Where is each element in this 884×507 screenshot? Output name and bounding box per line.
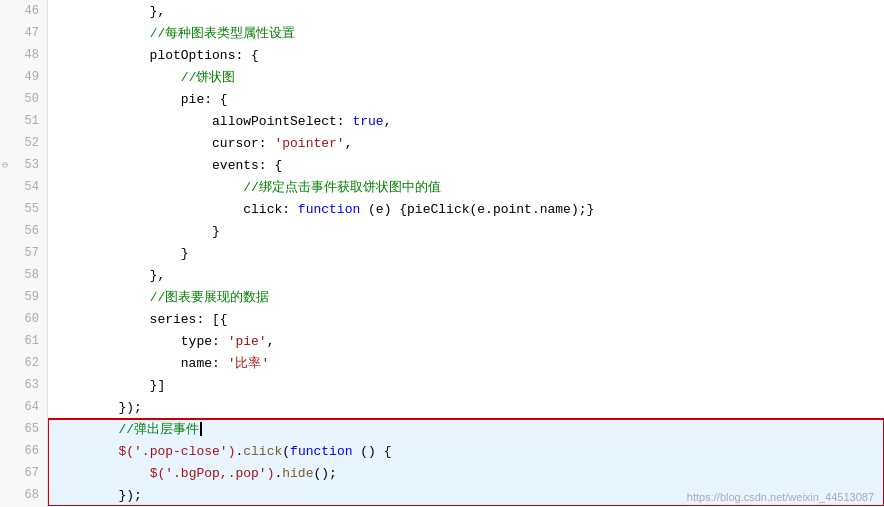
code-line-49: //饼状图 — [48, 66, 884, 88]
line-number-62: 62 — [0, 352, 47, 374]
line-number-54: 54 — [0, 176, 47, 198]
line-numbers: 4647484950515253545556575859606162636465… — [0, 0, 48, 507]
code-line-47: //每种图表类型属性设置 — [48, 22, 884, 44]
line-number-50: 50 — [0, 88, 47, 110]
line-number-48: 48 — [0, 44, 47, 66]
watermark: https://blog.csdn.net/weixin_44513087 — [687, 491, 874, 503]
line-number-59: 59 — [0, 286, 47, 308]
code-line-46: }, — [48, 0, 884, 22]
code-line-54: //绑定点击事件获取饼状图中的值 — [48, 176, 884, 198]
line-number-63: 63 — [0, 374, 47, 396]
code-line-63: }] — [48, 374, 884, 396]
code-line-55: click: function (e) {pieClick(e.point.na… — [48, 198, 884, 220]
code-line-57: } — [48, 242, 884, 264]
code-line-61: type: 'pie', — [48, 330, 884, 352]
code-line-51: allowPointSelect: true, — [48, 110, 884, 132]
line-number-52: 52 — [0, 132, 47, 154]
code-content[interactable]: }, //每种图表类型属性设置 plotOptions: { //饼状图 pie… — [48, 0, 884, 507]
line-number-53: 53 — [0, 154, 47, 176]
code-line-66: $('.pop-close').click(function () { — [48, 440, 884, 462]
line-number-64: 64 — [0, 396, 47, 418]
code-line-56: } — [48, 220, 884, 242]
line-number-65: 65 — [0, 418, 47, 440]
line-number-46: 46 — [0, 0, 47, 22]
line-number-61: 61 — [0, 330, 47, 352]
code-line-52: cursor: 'pointer', — [48, 132, 884, 154]
line-number-58: 58 — [0, 264, 47, 286]
line-number-68: 68 — [0, 484, 47, 506]
line-number-51: 51 — [0, 110, 47, 132]
code-editor: 4647484950515253545556575859606162636465… — [0, 0, 884, 507]
line-number-57: 57 — [0, 242, 47, 264]
line-number-60: 60 — [0, 308, 47, 330]
line-number-56: 56 — [0, 220, 47, 242]
code-line-53: events: { — [48, 154, 884, 176]
line-number-49: 49 — [0, 66, 47, 88]
line-number-55: 55 — [0, 198, 47, 220]
code-line-60: series: [{ — [48, 308, 884, 330]
code-line-58: }, — [48, 264, 884, 286]
code-line-65: //弹出层事件 — [48, 418, 884, 440]
code-line-67: $('.bgPop,.pop').hide(); — [48, 462, 884, 484]
code-line-50: pie: { — [48, 88, 884, 110]
line-number-66: 66 — [0, 440, 47, 462]
line-number-67: 67 — [0, 462, 47, 484]
code-line-59: //图表要展现的数据 — [48, 286, 884, 308]
code-line-48: plotOptions: { — [48, 44, 884, 66]
code-line-62: name: '比率' — [48, 352, 884, 374]
code-line-64: }); — [48, 396, 884, 418]
line-number-47: 47 — [0, 22, 47, 44]
